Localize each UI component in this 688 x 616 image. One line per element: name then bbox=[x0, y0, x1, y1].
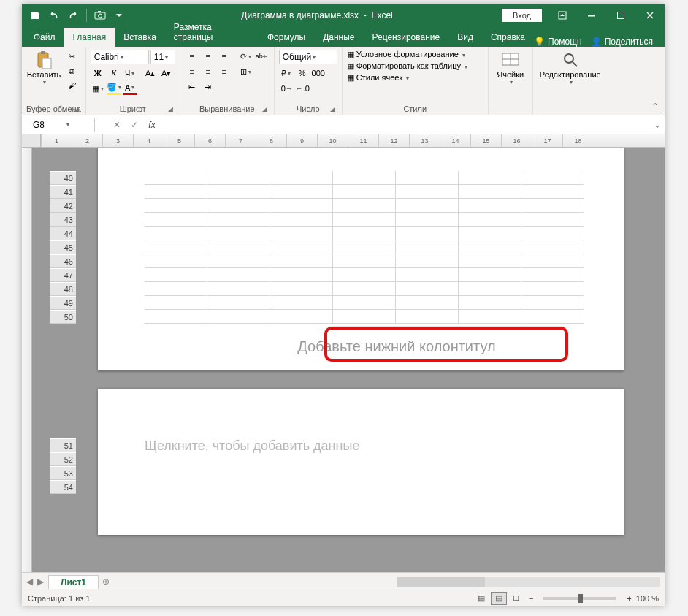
cell[interactable] bbox=[521, 310, 584, 323]
cell[interactable] bbox=[145, 213, 207, 226]
cell[interactable] bbox=[521, 240, 584, 254]
cell[interactable] bbox=[459, 240, 521, 254]
number-launcher-icon[interactable]: ◢ bbox=[329, 104, 337, 113]
collapse-ribbon-icon[interactable]: ⌃ bbox=[651, 102, 659, 112]
cell[interactable] bbox=[396, 185, 459, 198]
expand-formula-bar-icon[interactable]: ⌄ bbox=[650, 120, 665, 130]
page-layout-view-icon[interactable]: ▤ bbox=[491, 592, 507, 605]
row-header[interactable]: 46 bbox=[50, 254, 76, 268]
tab-view[interactable]: Вид bbox=[448, 28, 482, 47]
row-header[interactable]: 40 bbox=[50, 171, 76, 185]
cell[interactable] bbox=[396, 282, 459, 295]
cell[interactable] bbox=[145, 282, 207, 295]
row-header[interactable]: 43 bbox=[50, 213, 76, 227]
cell[interactable] bbox=[270, 282, 333, 295]
cell[interactable] bbox=[270, 185, 333, 198]
cell[interactable] bbox=[207, 171, 270, 184]
save-icon[interactable] bbox=[26, 7, 44, 24]
zoom-slider[interactable] bbox=[543, 597, 616, 600]
sheet-nav-prev-icon[interactable]: ◀ bbox=[26, 577, 33, 587]
maximize-button[interactable] bbox=[606, 4, 635, 26]
font-name-combo[interactable]: Calibri▾ bbox=[91, 50, 149, 64]
tab-insert[interactable]: Вставка bbox=[115, 28, 165, 47]
row-header[interactable]: 52 bbox=[50, 452, 76, 466]
increase-decimal-icon[interactable]: .0→ bbox=[279, 82, 294, 95]
paste-button[interactable]: Вставить▾ bbox=[26, 50, 61, 85]
cell[interactable] bbox=[521, 213, 584, 226]
cell[interactable] bbox=[145, 171, 207, 184]
cell[interactable] bbox=[396, 268, 459, 281]
cell[interactable] bbox=[521, 254, 584, 267]
tell-me-button[interactable]: 💡Помощн bbox=[534, 37, 582, 47]
new-sheet-icon[interactable]: ⊕ bbox=[99, 577, 113, 587]
row-header[interactable]: 44 bbox=[50, 227, 76, 240]
cell[interactable] bbox=[145, 185, 207, 198]
row-header[interactable]: 54 bbox=[50, 480, 76, 494]
cell[interactable] bbox=[145, 296, 207, 309]
wrap-text-icon[interactable]: ab↵ bbox=[255, 50, 270, 63]
align-middle-icon[interactable]: ≡ bbox=[201, 50, 215, 63]
select-all-corner[interactable] bbox=[22, 134, 41, 148]
cell[interactable] bbox=[459, 227, 521, 240]
cell[interactable] bbox=[207, 268, 270, 281]
cell[interactable] bbox=[459, 254, 521, 267]
cell[interactable] bbox=[270, 171, 333, 184]
cell[interactable] bbox=[459, 268, 521, 281]
add-data-placeholder[interactable]: Щелкните, чтобы добавить данные bbox=[145, 438, 359, 454]
tab-review[interactable]: Рецензирование bbox=[364, 28, 449, 47]
clipboard-launcher-icon[interactable]: ◢ bbox=[72, 104, 81, 113]
cell[interactable] bbox=[333, 240, 396, 254]
cell[interactable] bbox=[207, 254, 270, 267]
cell[interactable] bbox=[270, 213, 333, 226]
redo-icon[interactable] bbox=[64, 7, 82, 24]
cell[interactable] bbox=[396, 310, 459, 323]
cell[interactable] bbox=[270, 296, 333, 309]
minimize-button[interactable] bbox=[577, 4, 606, 26]
page-break-view-icon[interactable]: ⊞ bbox=[508, 592, 524, 605]
formula-bar[interactable] bbox=[161, 118, 650, 132]
decrease-indent-icon[interactable]: ⇤ bbox=[185, 80, 199, 94]
number-format-combo[interactable]: Общий▾ bbox=[279, 50, 337, 64]
cell[interactable] bbox=[396, 240, 459, 254]
alignment-launcher-icon[interactable]: ◢ bbox=[261, 104, 270, 113]
cell[interactable] bbox=[270, 310, 333, 323]
row-header[interactable]: 41 bbox=[50, 185, 76, 199]
cell[interactable] bbox=[521, 227, 584, 240]
share-button[interactable]: 👤Поделиться bbox=[591, 37, 653, 47]
cell[interactable] bbox=[333, 310, 396, 323]
cell[interactable] bbox=[396, 254, 459, 267]
cell[interactable] bbox=[207, 185, 270, 198]
underline-button[interactable]: Ч▾ bbox=[123, 66, 137, 80]
cell[interactable] bbox=[270, 227, 333, 240]
align-left-icon[interactable]: ≡ bbox=[185, 65, 199, 78]
row-header[interactable]: 42 bbox=[50, 199, 76, 213]
qat-customize-icon[interactable] bbox=[110, 7, 128, 24]
increase-font-icon[interactable]: A▴ bbox=[143, 66, 158, 80]
cell[interactable] bbox=[270, 240, 333, 254]
horizontal-scrollbar[interactable] bbox=[397, 577, 660, 587]
cell[interactable] bbox=[333, 254, 396, 267]
row-headers-1[interactable]: 4041424344454647484950 bbox=[50, 171, 76, 324]
cell[interactable] bbox=[396, 171, 459, 184]
tab-formulas[interactable]: Формулы bbox=[259, 28, 314, 47]
cell[interactable] bbox=[207, 310, 270, 323]
zoom-in-icon[interactable]: + bbox=[627, 594, 631, 603]
row-header[interactable]: 47 bbox=[50, 268, 76, 282]
cell[interactable] bbox=[270, 199, 333, 212]
cell[interactable] bbox=[521, 296, 584, 309]
decrease-font-icon[interactable]: A▾ bbox=[159, 66, 174, 80]
font-size-combo[interactable]: 11▾ bbox=[150, 50, 175, 64]
cell[interactable] bbox=[333, 268, 396, 281]
editing-button[interactable]: Редактирование▾ bbox=[538, 50, 603, 85]
cell[interactable] bbox=[333, 171, 396, 184]
tab-page-layout[interactable]: Разметка страницы bbox=[165, 18, 259, 47]
cell[interactable] bbox=[333, 213, 396, 226]
cell[interactable] bbox=[207, 282, 270, 295]
insert-function-icon[interactable]: fx bbox=[143, 120, 161, 130]
zoom-level[interactable]: 100 % bbox=[636, 594, 659, 603]
percent-format-icon[interactable]: % bbox=[295, 66, 310, 80]
cell[interactable] bbox=[521, 185, 584, 198]
font-color-icon[interactable]: A▾ bbox=[123, 82, 137, 95]
align-bottom-icon[interactable]: ≡ bbox=[217, 50, 232, 63]
cell[interactable] bbox=[459, 171, 521, 184]
